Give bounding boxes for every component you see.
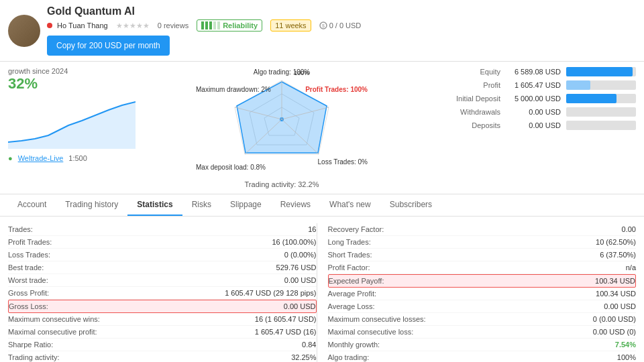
stat-value: 0.00 USD — [604, 302, 636, 310]
rel-bar-5 — [217, 21, 220, 29]
stat-label: Average Loss: — [328, 302, 375, 310]
right-stat-row-2: Short Trades: 6 (37.50%) — [328, 249, 637, 261]
tab-account[interactable]: Account — [8, 194, 56, 216]
author-label: Ho Tuan Thang — [47, 21, 108, 29]
star-rating: ★★★★★ — [116, 21, 150, 30]
stat-value: 16 (100.00%) — [272, 238, 316, 246]
stat-value: 16 (1 605.47 USD) — [255, 315, 317, 323]
right-stat-row-10: Algo trading: 100% — [328, 351, 637, 362]
tab-risks[interactable]: Risks — [182, 194, 221, 216]
copy-button[interactable]: Copy for 200 USD per month — [47, 36, 170, 56]
nav-tabs: Account Trading history Statistics Risks… — [0, 194, 644, 217]
stat-value: 529.76 USD — [276, 263, 317, 272]
equity-bar-track — [566, 121, 636, 130]
left-stat-row-8: Maximal consecutive profit: 1 605.47 USD… — [8, 326, 317, 339]
radar-panel: Algo trading: 100% 100% Pr — [142, 67, 421, 188]
leverage-row: ● Weltrade-Live 1:500 — [8, 154, 142, 162]
left-stat-row-6: Gross Loss: 0.00 USD — [8, 300, 317, 313]
equity-bar-track — [566, 94, 636, 103]
equity-bar-fill — [566, 80, 590, 90]
stat-value: 16 — [308, 225, 316, 233]
equity-bar-row-4: Deposits 0.00 USD — [432, 121, 636, 130]
gain-badge: $ 0 / 0 USD — [319, 21, 362, 29]
tab-reviews[interactable]: Reviews — [271, 194, 320, 216]
stat-value: 1 605.47 USD (29 128 pips) — [225, 289, 316, 297]
stat-label: Short Trades: — [328, 251, 372, 259]
stat-value: 100.34 USD — [595, 277, 635, 285]
tab-slippage[interactable]: Slippage — [221, 194, 271, 216]
tab-subscribers[interactable]: Subscribers — [380, 194, 441, 216]
reviews-count: 0 reviews — [158, 21, 189, 29]
left-stat-row-5: Gross Profit: 1 605.47 USD (29 128 pips) — [8, 287, 317, 300]
left-stat-row-9: Sharpe Ratio: 0.84 — [8, 339, 317, 351]
right-panel: Equity 6 589.08 USD Profit 1 605.47 USD … — [421, 67, 636, 188]
rel-bar-3 — [209, 21, 212, 29]
stat-label: Trading activity: — [8, 353, 60, 361]
right-stat-row-1: Long Trades: 10 (62.50%) — [328, 236, 637, 249]
stat-label: Expected Payoff: — [329, 277, 384, 285]
reliability-bars — [201, 21, 220, 29]
rel-bar-1 — [201, 21, 204, 29]
tab-trading-history[interactable]: Trading history — [56, 194, 127, 216]
growth-chart — [8, 95, 136, 149]
left-stat-row-2: Loss Trades: 0 (0.00%) — [8, 249, 317, 261]
equity-bar-track — [566, 107, 636, 117]
meta-row: Ho Tuan Thang ★★★★★ 0 reviews Reliabilit… — [47, 19, 636, 32]
right-stats-col: Recovery Factor: 0.00 Long Trades: 10 (6… — [317, 223, 637, 362]
right-stat-row-0: Recovery Factor: 0.00 — [328, 223, 637, 236]
stat-value: 6 (37.50%) — [600, 251, 636, 259]
equity-bar-row-0: Equity 6 589.08 USD — [432, 67, 636, 76]
weeks-badge: 11 weeks — [270, 19, 311, 32]
equity-bar-fill — [566, 67, 633, 76]
stat-label: Worst trade: — [8, 276, 48, 284]
stat-value: 7.54% — [615, 341, 636, 349]
avatar — [8, 15, 40, 47]
left-stat-row-1: Profit Trades: 16 (100.00%) — [8, 236, 317, 249]
maxdd-label: Maximum drawdown: 2% — [196, 86, 271, 93]
left-stat-row-7: Maximum consecutive wins: 16 (1 605.47 U… — [8, 313, 317, 326]
right-stat-row-5: Average Profit: 100.34 USD — [328, 288, 637, 300]
stat-value: 1 605.47 USD (16) — [255, 328, 317, 336]
equity-bar-value: 0.00 USD — [506, 121, 566, 129]
rel-bar-4 — [213, 21, 216, 29]
stat-label: Profit Factor: — [328, 263, 370, 272]
tab-whats-new[interactable]: What's new — [320, 194, 380, 216]
stat-label: Best trade: — [8, 263, 44, 272]
equity-bar-track — [566, 67, 636, 76]
equity-bar-value: 0.00 USD — [506, 108, 566, 116]
equity-bar-track — [566, 80, 636, 90]
equity-bar-label: Deposits — [432, 121, 506, 129]
stat-value: 0 (0.00%) — [284, 251, 317, 259]
stat-value: 0 (0.00 USD) — [593, 315, 636, 323]
equity-bar-value: 6 589.08 USD — [506, 68, 566, 76]
trading-activity-label: Trading activity: 32.2% — [245, 180, 319, 188]
stat-label: Average Profit: — [328, 290, 377, 298]
stat-label: Long Trades: — [328, 238, 371, 246]
stat-value: 0.84 — [302, 341, 316, 349]
left-stats-col: Trades: 16 Profit Trades: 16 (100.00%) L… — [8, 223, 317, 362]
right-stat-row-9: Monthly growth: 7.54% — [328, 339, 637, 351]
tab-statistics[interactable]: Statistics — [127, 194, 182, 216]
left-stat-row-3: Best trade: 529.76 USD — [8, 261, 317, 274]
equity-bars: Equity 6 589.08 USD Profit 1 605.47 USD … — [432, 67, 636, 130]
stat-value: 32.25% — [291, 353, 316, 361]
stat-value: 100.34 USD — [596, 290, 636, 298]
header-info: Gold Quantum AI Ho Tuan Thang ★★★★★ 0 re… — [47, 5, 636, 56]
stat-label: Loss Trades: — [8, 251, 50, 259]
stat-label: Profit Trades: — [8, 238, 52, 246]
rel-bar-2 — [205, 21, 208, 29]
stat-label: Maximal consecutive profit: — [8, 328, 97, 336]
equity-bar-label: Withdrawals — [432, 108, 506, 116]
left-panel: growth since 2024 32% ● Weltrade-Live 1:… — [8, 67, 142, 188]
stat-value: 0.00 USD (0) — [593, 328, 636, 336]
gain-icon: $ — [319, 21, 327, 29]
leverage-value: 1:500 — [68, 154, 87, 162]
live-link[interactable]: Weltrade-Live — [18, 154, 64, 162]
stats-section: growth since 2024 32% ● Weltrade-Live 1:… — [0, 62, 644, 194]
stat-value: 0.00 USD — [284, 276, 317, 284]
stat-value: 0.00 — [622, 225, 636, 233]
stat-label: Maximum consecutive wins: — [8, 315, 100, 323]
right-stat-row-4: Expected Payoff: 100.34 USD — [328, 274, 637, 288]
weeks-value: 11 weeks — [275, 21, 306, 29]
loss-trades-label: Loss Trades: 0% — [318, 158, 368, 166]
